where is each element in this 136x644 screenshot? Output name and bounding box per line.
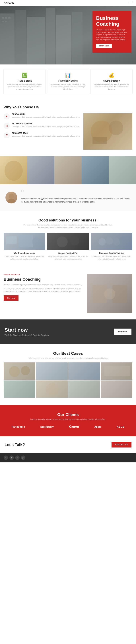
why-items-list: ★ BEST QUALITY Lorem ipsum dolor sit ame… <box>4 113 80 150</box>
feature-card-0: 💹 Trade & stock There are many variation… <box>3 69 46 94</box>
case-item-0 <box>4 362 35 380</box>
why-item-desc-1: Lorem ipsum dolor sit amet, consectetur … <box>12 126 80 128</box>
why-item-title-0: BEST QUALITY <box>12 113 80 115</box>
svg-point-22 <box>98 238 106 246</box>
solutions-grid: We Create Experience Lorem ipsum dolor s… <box>4 233 132 260</box>
googleplus-icon[interactable]: g+ <box>21 456 25 460</box>
quote-mark: " <box>21 192 131 195</box>
why-item-2: ☰ DEDICATED TEAM Lorem ipsum dolor sit a… <box>4 132 80 138</box>
clients-title: Our Clients <box>4 412 132 417</box>
solution-title-1: Simple, Fast And Fun <box>47 252 89 254</box>
svg-point-23 <box>106 237 113 244</box>
photo-grid-item-0 <box>0 156 27 184</box>
svg-point-16 <box>7 199 15 204</box>
client-logo-4: ASUS <box>115 424 126 429</box>
hamburger-line3 <box>129 4 132 4</box>
planning-icon: 📊 <box>49 72 87 78</box>
photo-grid-item-4 <box>109 156 136 184</box>
svg-rect-5 <box>72 12 82 64</box>
svg-point-21 <box>70 236 79 246</box>
case-item-6 <box>68 380 100 398</box>
svg-point-32 <box>46 383 59 396</box>
quote-avatar <box>5 192 17 204</box>
why-title: Why You Choose Us <box>4 105 132 109</box>
feature-card-1: 📊 Financial Planning Some estate plannin… <box>47 69 89 94</box>
clients-section: Our Clients Lorem ipsum dolor sit amet, … <box>0 405 136 436</box>
start-now-section: Start now We Offer Financial Strategies … <box>0 320 136 344</box>
svg-point-28 <box>104 288 115 300</box>
solution-card-0: We Create Experience Lorem ipsum dolor s… <box>4 233 45 260</box>
svg-rect-12 <box>92 137 107 144</box>
contact-us-button[interactable]: CONTACT US <box>112 442 132 448</box>
cases-row-2 <box>4 380 132 398</box>
svg-rect-10 <box>5 21 7 22</box>
hero-cta-button[interactable]: START NOW <box>96 44 112 48</box>
svg-point-30 <box>21 366 30 375</box>
navbar: BCoach <box>0 0 136 6</box>
solution-title-0: We Create Experience <box>4 252 45 254</box>
best-cases-subtitle: Nulla imperdiet nulla sit amet est vehic… <box>4 357 132 359</box>
case-item-3 <box>101 362 133 380</box>
lets-talk-title: Let's Talk? <box>4 442 25 447</box>
feature-title-2: Saving Strategy <box>93 80 130 82</box>
client-logo-3: Apple <box>93 425 103 429</box>
svg-point-20 <box>57 236 68 247</box>
svg-rect-31 <box>104 366 130 376</box>
hero-section: BusinessCoaching We provide expert Busin… <box>0 6 136 64</box>
photo-grid-item-2 <box>54 156 82 184</box>
about-image <box>87 274 132 313</box>
svg-point-15 <box>9 194 14 199</box>
case-item-2 <box>68 362 100 380</box>
start-now-button[interactable]: start now <box>114 328 132 335</box>
svg-point-24 <box>113 238 120 246</box>
client-logo-2: Canon <box>68 424 80 429</box>
quote-section: " Business coaches are typically experie… <box>0 184 136 211</box>
svg-rect-3 <box>46 8 55 64</box>
why-item-desc-0: Lorem ipsum dolor sit amet, consectetur … <box>12 116 80 118</box>
start-now-text: Start now We Offer Financial Strategies … <box>4 327 49 336</box>
about-start-button[interactable]: Start now <box>4 296 18 301</box>
hero-title: BusinessCoaching <box>96 15 128 27</box>
svg-rect-1 <box>15 10 26 64</box>
why-item-content-0: BEST QUALITY Lorem ipsum dolor sit amet,… <box>12 113 80 120</box>
about-para-0: Business coaches are typically expert en… <box>4 284 82 286</box>
why-content: ★ BEST QUALITY Lorem ipsum dolor sit ame… <box>4 113 132 150</box>
start-now-title: Start now <box>4 327 49 333</box>
photo-grid-item-1 <box>27 156 54 184</box>
case-item-1 <box>36 362 68 380</box>
why-item-content-1: NETWORK SOLUTIONS Lorem ipsum dolor sit … <box>12 123 80 129</box>
solution-image-1 <box>47 233 89 250</box>
feature-title-0: Trade & stock <box>6 80 43 82</box>
svg-rect-7 <box>5 17 7 18</box>
footer: f t in g+ <box>0 453 136 462</box>
why-item-title-1: NETWORK SOLUTIONS <box>12 123 80 125</box>
case-item-5 <box>36 380 68 398</box>
why-image-container <box>83 113 132 150</box>
feature-desc-2: Many business owners are great at provid… <box>93 83 130 91</box>
svg-rect-6 <box>2 17 4 18</box>
hero-content-box: BusinessCoaching We provide expert Busin… <box>92 11 132 53</box>
about-para-1: For a fee, they work alongside executive… <box>4 288 82 293</box>
hamburger-menu[interactable] <box>129 2 132 4</box>
saving-icon: 💰 <box>93 72 130 78</box>
solutions-title: Good solutions for your business! <box>4 218 132 222</box>
features-section: 💹 Trade & stock There are many variation… <box>0 64 136 99</box>
svg-point-13 <box>109 120 123 135</box>
hamburger-line2 <box>129 3 132 3</box>
solution-desc-2: Lorem ipsum dolor sit amet, consectetur … <box>91 255 132 260</box>
solutions-subtitle: The six months of Business coaching incl… <box>21 224 115 229</box>
solutions-section: Good solutions for your business! The si… <box>0 211 136 268</box>
feature-card-2: 💰 Saving Strategy Many business owners a… <box>90 69 133 94</box>
linkedin-icon[interactable]: in <box>15 456 20 460</box>
about-section: ABOUT COMPANY Business Coaching Business… <box>0 268 136 320</box>
client-logo-0: Panasonic <box>10 424 26 429</box>
svg-rect-9 <box>2 21 4 22</box>
svg-point-14 <box>4 161 23 181</box>
clients-subtitle: Lorem ipsum dolor sit amet, consectetur … <box>4 418 132 420</box>
clients-logos-row: Panasonic BlackBerry Canon Apple ASUS <box>4 424 132 429</box>
twitter-icon[interactable]: t <box>9 456 14 460</box>
facebook-icon[interactable]: f <box>4 456 8 460</box>
trade-icon: 💹 <box>6 72 43 78</box>
quote-content: " Business coaches are typically experie… <box>21 192 131 204</box>
solution-card-1: Simple, Fast And Fun Lorem ipsum dolor s… <box>47 233 89 260</box>
